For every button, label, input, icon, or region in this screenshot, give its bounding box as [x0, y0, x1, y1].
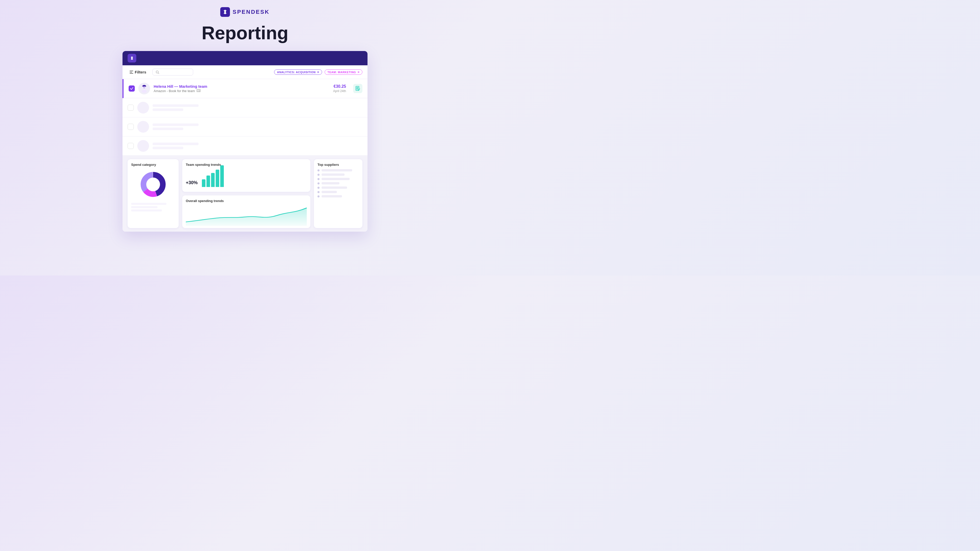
svg-rect-7: [197, 89, 200, 92]
filter-tag-team-close[interactable]: ×: [358, 70, 360, 74]
svg-line-2: [158, 73, 159, 74]
suppliers-list: [318, 169, 359, 197]
entry-name: Helena Hill — Marketing team: [154, 84, 329, 89]
ghost-lines-1: [153, 104, 363, 111]
filters-button[interactable]: Filters: [127, 69, 148, 75]
spend-ghost-line-1: [131, 203, 166, 205]
bar-1: [202, 179, 205, 187]
overall-trends-title: Overall spending trends: [186, 199, 307, 203]
supplier-dot-6: [318, 191, 320, 193]
spend-category-card: Spend category: [127, 159, 179, 228]
search-wrapper[interactable]: [152, 68, 193, 76]
spend-ghost-lines: [131, 203, 175, 211]
spend-ghost-line-2: [131, 206, 158, 208]
bar-4: [216, 170, 219, 187]
filter-tag-analytics-label: ANALYTICS: ACQUISITION: [277, 71, 315, 74]
bar-5: [220, 165, 224, 187]
supplier-dot-4: [318, 183, 320, 184]
ghost-lines-3: [153, 143, 363, 149]
search-input[interactable]: [161, 70, 187, 74]
filter-tag-team-label: TEAM: MARKETING: [328, 71, 356, 74]
pie-chart-container: [131, 169, 175, 200]
spendesk-logo-icon: [220, 7, 230, 17]
entry-desc-text: Amazon - Book for the team: [154, 89, 195, 93]
ghost-row-2: [123, 118, 368, 137]
ghost-avatar-2: [137, 121, 149, 133]
ghost-rows: [123, 98, 368, 156]
filters-label: Filters: [135, 70, 146, 74]
charts-right-col: Team spending trends +30% Overall spendi…: [182, 159, 310, 228]
svg-point-4: [142, 90, 147, 93]
supplier-bar-3: [321, 178, 350, 180]
receipt-icon[interactable]: [353, 84, 363, 93]
filter-icon: [130, 71, 133, 74]
overall-line-chart: [186, 205, 307, 226]
svg-point-19: [146, 178, 160, 191]
ghost-lines-2: [153, 124, 363, 130]
ghost-line-desc-2: [153, 127, 183, 130]
ghost-line-name-2: [153, 124, 199, 126]
team-trends-title: Team spending trends: [186, 163, 307, 167]
supplier-dot-2: [318, 174, 320, 176]
bar-3: [211, 173, 215, 187]
pie-chart: [138, 169, 169, 200]
ghost-checkbox-1[interactable]: [127, 105, 134, 111]
supplier-row-5: [318, 186, 359, 189]
spend-category-title: Spend category: [131, 163, 175, 167]
entry-info: Helena Hill — Marketing team Amazon - Bo…: [154, 84, 329, 93]
bar-2: [207, 176, 210, 187]
filter-tags: ANALYTICS: ACQUISITION × TEAM: MARKETING…: [274, 69, 363, 75]
entry-checkbox-checked[interactable]: [129, 86, 135, 92]
window-logo-icon: [127, 54, 136, 62]
supplier-bar-7: [321, 195, 342, 197]
app-window: Filters ANALYTICS: ACQUISITION × TEAM: M…: [123, 51, 368, 232]
spendesk-logo-text: SPENDESK: [232, 9, 269, 15]
supplier-row-3: [318, 178, 359, 180]
team-trend-label: +30%: [186, 180, 198, 186]
entry-date: April 24th: [333, 89, 346, 93]
supplier-row-6: [318, 191, 359, 193]
spend-ghost-line-3: [131, 210, 162, 211]
supplier-row-4: [318, 182, 359, 184]
entry-desc-icon: [197, 89, 200, 93]
ghost-row-1: [123, 98, 368, 118]
entry-amount: €30.25: [333, 84, 346, 89]
entry-avatar: [138, 83, 150, 94]
filter-tag-analytics[interactable]: ANALYTICS: ACQUISITION ×: [274, 69, 322, 75]
supplier-bar-6: [321, 191, 337, 193]
supplier-dot-7: [318, 195, 320, 197]
svg-point-6: [145, 86, 145, 87]
ghost-avatar-3: [137, 140, 149, 152]
filter-tag-analytics-close[interactable]: ×: [317, 70, 319, 74]
supplier-dot-1: [318, 169, 320, 171]
selected-entry-row[interactable]: Helena Hill — Marketing team Amazon - Bo…: [123, 79, 368, 98]
svg-point-5: [143, 86, 144, 87]
window-topbar: [123, 51, 368, 65]
charts-section: Spend category: [123, 156, 368, 232]
entry-description: Amazon - Book for the team: [154, 89, 329, 93]
page-title: Reporting: [202, 22, 288, 43]
ghost-line-desc-3: [153, 147, 183, 149]
ghost-line-desc-1: [153, 108, 183, 111]
top-suppliers-card: Top suppliers: [314, 159, 363, 228]
ghost-row-3: [123, 137, 368, 156]
supplier-row-2: [318, 173, 359, 176]
filter-bar: Filters ANALYTICS: ACQUISITION × TEAM: M…: [123, 65, 368, 79]
supplier-bar-1: [321, 169, 352, 171]
search-icon: [156, 70, 159, 74]
supplier-bar-5: [321, 186, 347, 189]
supplier-row-1: [318, 169, 359, 171]
ghost-checkbox-3[interactable]: [127, 143, 134, 149]
supplier-bar-2: [321, 173, 345, 176]
ghost-line-name-3: [153, 143, 199, 145]
overall-trends-card: Overall spending trends: [182, 195, 310, 228]
supplier-row-7: [318, 195, 359, 197]
header: SPENDESK: [220, 7, 269, 17]
supplier-dot-5: [318, 187, 320, 189]
supplier-bar-4: [321, 182, 339, 184]
filter-tag-team[interactable]: TEAM: MARKETING ×: [325, 69, 363, 75]
supplier-dot-3: [318, 178, 320, 180]
ghost-line-name-1: [153, 104, 199, 107]
ghost-avatar-1: [137, 102, 149, 114]
ghost-checkbox-2[interactable]: [127, 124, 134, 130]
